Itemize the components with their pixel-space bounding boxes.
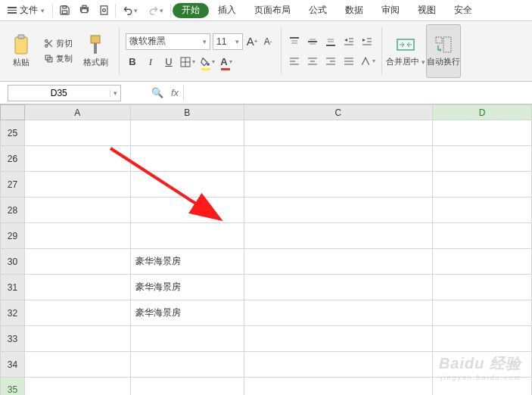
cell[interactable] [433, 300, 532, 326]
tab-insert[interactable]: 插入 [209, 0, 245, 20]
cell[interactable] [244, 249, 433, 275]
cell[interactable] [433, 326, 532, 352]
cell[interactable] [244, 378, 433, 396]
cell[interactable] [433, 249, 532, 275]
cell[interactable] [244, 120, 433, 146]
cell[interactable] [244, 223, 433, 249]
tab-view[interactable]: 视图 [409, 0, 445, 20]
name-box-dropdown[interactable]: ▾ [110, 89, 120, 97]
tab-formula[interactable]: 公式 [300, 0, 336, 20]
tab-security[interactable]: 安全 [445, 0, 481, 20]
cell[interactable] [433, 223, 532, 249]
row-header[interactable]: 30 [1, 249, 25, 275]
save-button[interactable] [54, 0, 74, 20]
row-header[interactable]: 35 [1, 378, 25, 396]
cell[interactable] [130, 378, 244, 396]
cell[interactable]: 豪华海景房 [130, 275, 244, 300]
tab-data[interactable]: 数据 [336, 0, 372, 20]
col-header[interactable]: A [24, 105, 130, 120]
align-top-button[interactable] [288, 34, 301, 49]
align-left-button[interactable] [288, 54, 301, 69]
cell[interactable] [433, 146, 532, 172]
row-header[interactable]: 26 [1, 146, 25, 172]
border-button[interactable] [180, 54, 195, 70]
cell[interactable] [433, 198, 532, 223]
align-middle-button[interactable] [306, 34, 319, 49]
formula-input[interactable] [183, 85, 532, 101]
cell[interactable] [24, 249, 130, 275]
cell[interactable] [244, 172, 433, 198]
cell[interactable] [130, 326, 244, 352]
bold-button[interactable]: B [126, 54, 139, 70]
increase-indent-button[interactable] [360, 34, 374, 49]
font-color-button[interactable]: A [219, 54, 233, 70]
cell[interactable] [244, 198, 433, 223]
name-box[interactable]: ▾ [8, 85, 121, 101]
cell[interactable] [130, 352, 244, 378]
print-button[interactable] [74, 0, 94, 20]
cell[interactable] [130, 223, 244, 249]
decrease-font-button[interactable]: A- [261, 34, 275, 49]
cell[interactable]: 豪华海景房 [130, 249, 244, 275]
cut-button[interactable]: 剪切 [42, 37, 75, 50]
row-header[interactable]: 28 [1, 198, 25, 223]
italic-button[interactable]: I [144, 54, 157, 70]
cell[interactable] [130, 120, 244, 146]
wrap-text-button[interactable]: 自动换行 [426, 24, 461, 78]
cell[interactable] [24, 172, 130, 198]
cell[interactable] [24, 275, 130, 300]
font-name-select[interactable]: 微软雅黑▾ [126, 33, 210, 50]
cell[interactable] [24, 300, 130, 326]
col-header[interactable]: B [130, 105, 244, 120]
underline-button[interactable]: U [162, 54, 176, 70]
row-header[interactable]: 27 [1, 172, 25, 198]
cell[interactable]: 豪华海景房 [130, 300, 244, 326]
align-bottom-button[interactable] [324, 34, 338, 49]
align-center-button[interactable] [306, 54, 319, 69]
row-header[interactable]: 33 [1, 326, 25, 352]
name-box-input[interactable] [8, 88, 110, 98]
cell[interactable] [24, 120, 130, 146]
undo-button[interactable]: ▾ [117, 0, 143, 20]
fill-color-button[interactable] [200, 54, 215, 70]
cell[interactable] [433, 172, 532, 198]
print-preview-button[interactable] [94, 0, 114, 20]
tab-start[interactable]: 开始 [173, 3, 209, 18]
copy-button[interactable]: 复制 [42, 52, 75, 65]
row-header[interactable]: 32 [1, 300, 25, 326]
tab-layout[interactable]: 页面布局 [245, 0, 300, 20]
cell[interactable] [244, 275, 433, 300]
row-header[interactable]: 31 [1, 275, 25, 300]
align-right-button[interactable] [324, 54, 338, 69]
cell[interactable] [24, 198, 130, 223]
cell[interactable] [130, 146, 244, 172]
cell[interactable] [24, 223, 130, 249]
cell[interactable] [433, 378, 532, 396]
zoom-icon[interactable]: 🔍 [151, 87, 163, 98]
cell[interactable] [244, 326, 433, 352]
increase-font-button[interactable]: A+ [245, 34, 259, 49]
select-all-corner[interactable] [1, 105, 25, 120]
row-header[interactable]: 25 [1, 120, 25, 146]
paste-button[interactable]: 粘贴 [4, 24, 39, 78]
justify-button[interactable] [342, 54, 356, 69]
orientation-button[interactable] [360, 54, 375, 69]
cell[interactable] [244, 300, 433, 326]
cell[interactable] [24, 326, 130, 352]
cell[interactable] [130, 198, 244, 223]
cell[interactable] [24, 378, 130, 396]
cell[interactable] [130, 172, 244, 198]
cell[interactable] [433, 120, 532, 146]
redo-button[interactable]: ▾ [143, 0, 169, 20]
file-menu[interactable]: 文件 ▾ [2, 0, 51, 20]
col-header[interactable]: C [244, 105, 433, 120]
merge-center-button[interactable]: 合并居中 ▾ [388, 24, 423, 78]
decrease-indent-button[interactable] [342, 34, 356, 49]
cell[interactable] [244, 352, 433, 378]
row-header[interactable]: 34 [1, 352, 25, 378]
cell[interactable] [433, 275, 532, 300]
cell[interactable] [24, 352, 130, 378]
tab-review[interactable]: 审阅 [372, 0, 409, 20]
cell[interactable] [24, 146, 130, 172]
cell[interactable] [433, 352, 532, 378]
